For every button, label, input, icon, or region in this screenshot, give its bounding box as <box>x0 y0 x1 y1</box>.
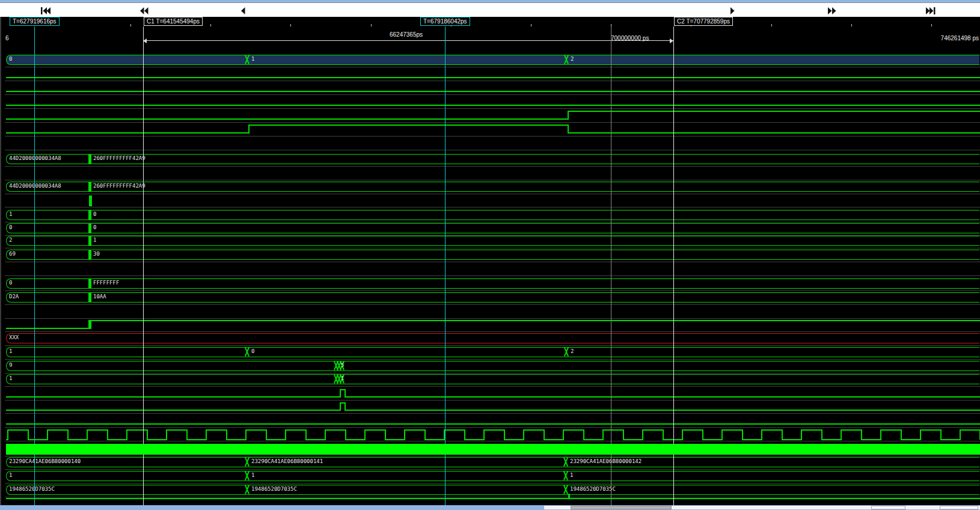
wave-area[interactable]: 01244D20000000034A8260FFFFFFFFF42A944D20… <box>0 26 980 505</box>
skip-to-end-button[interactable] <box>925 6 939 14</box>
row-separator <box>5 386 980 387</box>
trace-row-pulse[interactable] <box>0 387 980 401</box>
row-separator <box>5 67 980 67</box>
marker-b-line[interactable] <box>445 26 446 505</box>
trace-row-low[interactable] <box>0 414 980 428</box>
horizontal-scrollbar[interactable] <box>0 505 980 510</box>
bus-value-label: 23290CA41AE06B80000142 <box>570 458 642 464</box>
step-back-icon <box>240 7 251 14</box>
trace-row-blank[interactable] <box>0 263 980 276</box>
trace-row-bus[interactable]: 44D20000000034A8260FFFFFFFFF42A9 <box>0 153 980 167</box>
bus-extents <box>6 278 979 289</box>
row-separator <box>5 94 980 95</box>
bus-transition-burst <box>88 154 91 164</box>
marker-a-box[interactable]: T=627919616ps <box>10 17 60 26</box>
trace-row-bus[interactable]: 111 <box>0 470 980 484</box>
bus-value-label: FFFFFFFF <box>93 280 119 286</box>
trace-row-bus[interactable]: 11 <box>0 373 980 387</box>
bus-value-label: 260FFFFFFFFF42A9 <box>93 155 145 161</box>
row-separator <box>5 108 980 109</box>
trace-row-low[interactable] <box>0 82 980 95</box>
bus-value-label: 44D20000000034A8 <box>9 183 61 189</box>
marker-c1-line[interactable] <box>143 26 144 505</box>
trace-row-clock[interactable] <box>0 428 980 441</box>
row-separator <box>5 275 980 276</box>
step-back-button[interactable] <box>240 6 254 14</box>
rewind-icon <box>139 7 150 14</box>
bus-value-label: 0 <box>93 224 96 230</box>
scrollbar-thumb[interactable] <box>571 506 672 509</box>
bus-value-label: D2A <box>9 293 19 300</box>
trace-row-bus[interactable]: D2A10AA <box>0 292 980 305</box>
timeline-tick <box>531 24 531 26</box>
trace-row-bus[interactable]: 00 <box>0 223 980 236</box>
marker-c1-box[interactable]: C1 T=641545494ps <box>144 17 203 26</box>
signal-line <box>6 396 980 398</box>
bus-value-label: 2 <box>571 348 574 354</box>
rewind-button[interactable] <box>139 6 153 14</box>
glitch-spike <box>568 494 570 498</box>
bus-extents <box>6 210 979 220</box>
signal-line <box>568 132 980 134</box>
trace-row-blank[interactable] <box>0 137 980 150</box>
row-separator <box>5 304 980 305</box>
bus-value-label: 19486520D7035C <box>570 486 616 492</box>
row-separator <box>5 483 980 484</box>
trace-row-step[interactable] <box>0 109 980 123</box>
signal-line <box>6 118 568 120</box>
scrollbar-trough[interactable] <box>544 506 980 509</box>
trace-row-pulse[interactable] <box>0 401 980 414</box>
trace-row-bus[interactable]: 012 <box>0 54 980 67</box>
row-separator <box>5 166 980 167</box>
scrollbar-end-button[interactable] <box>940 506 978 509</box>
trace-row-bus[interactable]: 23290CA41AE06B8000014023290CA41AE06B8000… <box>0 456 980 470</box>
bus-value-label: 44D20000000034A8 <box>9 155 61 161</box>
bus-transition-burst <box>88 250 91 259</box>
signal-line <box>6 91 980 92</box>
marker-b-box[interactable]: T=679186042ps <box>420 17 470 26</box>
bus-undefined <box>6 333 979 343</box>
trace-row-blank[interactable] <box>0 306 980 319</box>
bus-extents <box>6 236 979 246</box>
skip-end-icon <box>925 7 936 14</box>
trace-row-low[interactable] <box>0 96 980 109</box>
trace-row-low[interactable] <box>0 68 980 81</box>
bus-value-label: 1 <box>9 472 12 478</box>
bus-value-label: 1 <box>9 375 12 381</box>
trace-row-blank[interactable] <box>0 167 980 180</box>
step-forward-icon <box>730 7 741 14</box>
bus-value-label: 2 <box>9 237 12 243</box>
trace-row-step[interactable] <box>0 319 980 332</box>
marker-c2-line[interactable] <box>673 26 674 505</box>
trace-row-bar[interactable] <box>0 194 980 207</box>
marker-a-line[interactable] <box>34 26 35 505</box>
dense-toggle-band <box>6 444 980 455</box>
trace-row-bus[interactable]: 0FFFFFFFF <box>0 278 980 291</box>
bus-extents <box>6 182 979 192</box>
skip-to-start-button[interactable] <box>41 6 54 14</box>
trace-row-bus[interactable]: 44D20000000034A8260FFFFFFFFF42A9 <box>0 181 980 194</box>
trace-row-bus[interactable]: 6930 <box>0 249 980 262</box>
bus-value-label: 1 <box>251 56 254 62</box>
scrollbar-end-button[interactable] <box>871 506 905 509</box>
step-forward-button[interactable] <box>730 6 743 14</box>
timeline-gridline[interactable] <box>611 26 611 505</box>
trace-row-lowspike[interactable] <box>0 493 980 506</box>
bus-transition-burst <box>88 292 91 302</box>
bus-value-label: 19486520D7035C <box>9 486 55 492</box>
rising-edge-burst <box>88 320 91 329</box>
marker-distance-arrow <box>143 40 673 41</box>
trace-row-bus[interactable]: 102 <box>0 346 980 360</box>
bus-value-label: 0 <box>9 224 12 230</box>
signal-line <box>568 111 980 112</box>
trace-row-pulsewide[interactable] <box>0 123 980 137</box>
timeline-tick <box>210 24 211 26</box>
trace-row-bus[interactable]: XXX <box>0 333 980 346</box>
trace-row-bus[interactable]: 95 <box>0 360 980 373</box>
fast-forward-button[interactable] <box>827 6 841 14</box>
trace-row-bus[interactable]: 10 <box>0 209 980 223</box>
trace-row-bus[interactable]: 21 <box>0 235 980 248</box>
marker-c2-box[interactable]: C2 T=707792859ps <box>674 17 733 26</box>
trace-row-solid[interactable] <box>0 443 980 456</box>
bus-value-label: 10AA <box>93 293 106 300</box>
